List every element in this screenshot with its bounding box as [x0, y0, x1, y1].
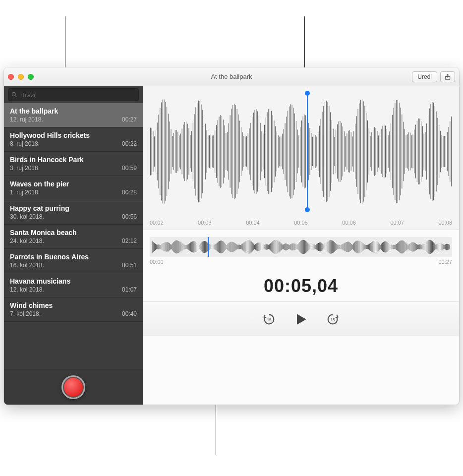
recording-duration: 01:07 — [122, 286, 137, 293]
search-icon — [11, 91, 18, 98]
recording-date: 12. ruj 2018. — [10, 116, 43, 123]
svg-point-1 — [12, 92, 15, 96]
recording-title: Parrots in Buenos Aires — [10, 253, 137, 261]
fullscreen-window-button[interactable] — [28, 74, 34, 80]
main-panel: 00:0200:0300:0400:0500:0600:0700:08 00:0… — [143, 86, 459, 405]
titlebar: At the ballpark Uredi — [4, 67, 459, 86]
playback-controls: 15 15 — [143, 301, 459, 336]
recording-date: 8. ruj 2018. — [10, 140, 40, 147]
recording-duration: 00:40 — [122, 310, 137, 317]
recording-date: 12. kol 2018. — [10, 286, 44, 293]
tick-label: 00:05 — [294, 220, 308, 226]
waveform-detail[interactable]: 00:0200:0300:0400:0500:0600:0700:08 — [143, 86, 459, 230]
waveform-detail-graphic — [150, 93, 452, 210]
recording-title: Birds in Hancock Park — [10, 156, 137, 164]
recording-duration: 00:56 — [122, 213, 137, 220]
play-button[interactable] — [292, 310, 310, 328]
skip-forward-icon: 15 — [326, 312, 340, 326]
recording-title: Santa Monica beach — [10, 229, 137, 237]
tick-label: 00:04 — [246, 220, 260, 226]
recording-title: At the ballpark — [10, 107, 137, 115]
waveform-overview[interactable] — [150, 237, 452, 257]
skip-forward-button[interactable]: 15 — [324, 310, 342, 328]
tick-label: 00:02 — [150, 220, 164, 226]
edit-button[interactable]: Uredi — [412, 71, 437, 82]
recording-duration: 00:59 — [122, 165, 137, 172]
recording-date: 1. ruj 2018. — [10, 189, 40, 196]
recording-duration: 00:27 — [122, 116, 137, 123]
recording-date: 7. kol 2018. — [10, 310, 41, 317]
recording-duration: 00:51 — [122, 262, 137, 269]
recording-title: Hollywood Hills crickets — [10, 131, 137, 139]
playhead-overview[interactable] — [208, 237, 209, 257]
play-icon — [293, 311, 309, 327]
minimize-window-button[interactable] — [18, 74, 24, 80]
recording-duration: 00:28 — [122, 189, 137, 196]
sidebar: At the ballpark 12. ruj 2018. 00:27 Holl… — [4, 86, 143, 405]
app-window: At the ballpark Uredi At the ballpark 12… — [4, 67, 459, 405]
callout-line — [65, 16, 65, 67]
time-ticks: 00:0200:0300:0400:0500:0600:0700:08 — [150, 220, 452, 226]
share-icon — [444, 73, 451, 80]
skip-back-icon: 15 — [262, 312, 276, 326]
recording-item[interactable]: Happy cat purring 30. kol 2018. 00:56 — [4, 200, 143, 225]
svg-text:15: 15 — [267, 317, 272, 322]
window-controls — [8, 74, 34, 80]
overview-start-label: 00:00 — [150, 259, 164, 265]
recording-item[interactable]: Wind chimes 7. kol 2018. 00:40 — [4, 298, 143, 322]
recording-item[interactable]: At the ballpark 12. ruj 2018. 00:27 — [4, 103, 143, 127]
recording-item[interactable]: Hollywood Hills crickets 8. ruj 2018. 00… — [4, 127, 143, 152]
window-title: At the ballpark — [4, 73, 459, 80]
recording-item[interactable]: Santa Monica beach 24. kol 2018. 02:12 — [4, 225, 143, 249]
close-window-button[interactable] — [8, 74, 14, 80]
recording-title: Waves on the pier — [10, 180, 137, 188]
tick-label: 00:08 — [438, 220, 452, 226]
recording-title: Wind chimes — [10, 301, 137, 309]
recording-date: 16. kol 2018. — [10, 262, 44, 269]
skip-back-button[interactable]: 15 — [260, 310, 278, 328]
recording-item[interactable]: Havana musicians 12. kol 2018. 01:07 — [4, 273, 143, 298]
tick-label: 00:06 — [342, 220, 356, 226]
record-button[interactable] — [61, 375, 85, 399]
record-button-area — [4, 369, 143, 405]
recordings-list: At the ballpark 12. ruj 2018. 00:27 Holl… — [4, 103, 143, 369]
recording-date: 30. kol 2018. — [10, 213, 44, 220]
overview-end-label: 00:27 — [438, 259, 452, 265]
timecode: 00:05,04 — [143, 276, 459, 297]
recording-item[interactable]: Parrots in Buenos Aires 16. kol 2018. 00… — [4, 249, 143, 273]
svg-text:15: 15 — [330, 317, 335, 322]
recording-date: 3. ruj 2018. — [10, 165, 40, 172]
search-input[interactable] — [8, 88, 139, 101]
playhead-detail[interactable] — [307, 93, 308, 210]
recording-title: Havana musicians — [10, 277, 137, 285]
recording-date: 24. kol 2018. — [10, 238, 44, 244]
recording-duration: 02:12 — [122, 238, 137, 244]
recording-item[interactable]: Waves on the pier 1. ruj 2018. 00:28 — [4, 176, 143, 200]
recording-title: Happy cat purring — [10, 204, 137, 212]
recording-item[interactable]: Birds in Hancock Park 3. ruj 2018. 00:59 — [4, 152, 143, 176]
share-button[interactable] — [440, 71, 455, 82]
recording-duration: 00:22 — [122, 140, 137, 147]
tick-label: 00:07 — [390, 220, 404, 226]
waveform-overview-graphic — [152, 239, 450, 255]
tick-label: 00:03 — [198, 220, 212, 226]
